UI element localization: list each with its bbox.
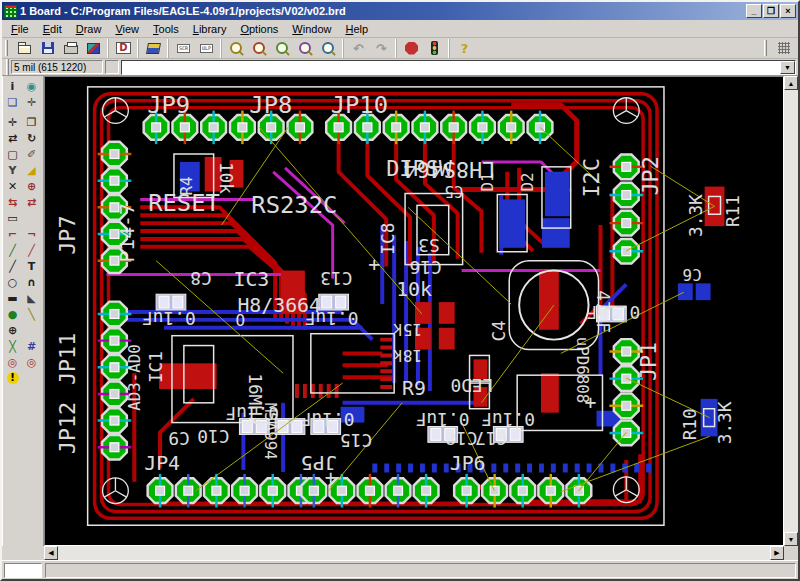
help-icon: ? <box>461 42 469 55</box>
errors-tool[interactable]: ! <box>3 370 22 386</box>
open-button[interactable] <box>13 39 36 58</box>
menu-help[interactable]: Help <box>338 21 375 37</box>
svg-text:R10: R10 <box>679 408 700 440</box>
hscroll-track[interactable] <box>58 546 770 560</box>
smash-tool[interactable]: ▭ <box>3 210 22 226</box>
pinswap-icon: ⇆ <box>8 197 17 208</box>
route-tool[interactable]: ╱ <box>3 242 22 258</box>
vscroll-track[interactable] <box>784 90 798 532</box>
menu-edit[interactable]: Edit <box>36 21 69 37</box>
zoom-out-button[interactable] <box>271 39 294 58</box>
menu-library[interactable]: Library <box>186 21 234 37</box>
svg-text:C17: C17 <box>475 428 507 449</box>
miter-tool[interactable]: ◢ <box>22 162 41 178</box>
toolbar-grip[interactable] <box>5 40 8 56</box>
go-icon <box>431 41 438 55</box>
signal-tool[interactable]: ╲ <box>22 306 41 322</box>
title-bar[interactable]: 1 Board - C:/Program Files/EAGLE-4.09r1/… <box>2 2 798 20</box>
zoom-in-button[interactable] <box>248 39 271 58</box>
help-button[interactable]: ? <box>453 39 476 58</box>
svg-text:R9: R9 <box>402 377 426 400</box>
scroll-right-icon[interactable]: ▶ <box>770 546 784 560</box>
app-icon <box>4 5 17 18</box>
stop-button[interactable] <box>400 39 423 58</box>
change-tool[interactable]: ✐ <box>22 146 41 162</box>
copy-tool[interactable]: ❐ <box>22 114 41 130</box>
run-ulp-button[interactable]: ULP <box>195 39 218 58</box>
vertical-scrollbar[interactable]: ▲ ▼ <box>784 76 798 546</box>
rect-tool[interactable]: ▬ <box>3 290 22 306</box>
add-tool[interactable]: ⊕ <box>22 178 41 194</box>
meander-tool[interactable]: ¬ <box>22 226 41 242</box>
hole-tool[interactable]: ⊕ <box>3 322 22 338</box>
show-tool[interactable]: ◉ <box>22 78 41 94</box>
zoom-fit-button[interactable] <box>225 39 248 58</box>
switch-editor-button[interactable]: D <box>112 39 135 58</box>
arc-tool[interactable]: ∩ <box>22 274 41 290</box>
ripup-tool[interactable]: ╱ <box>22 242 41 258</box>
coordinate-bar: 5 mil (615 1220) ▼ <box>2 59 798 76</box>
restore-button[interactable]: ❐ <box>763 4 779 18</box>
stop-icon <box>405 42 418 55</box>
svg-text:C6: C6 <box>683 265 702 284</box>
cam-processor-button[interactable] <box>82 39 105 58</box>
library-button[interactable] <box>142 39 165 58</box>
pcb-canvas[interactable]: JP9JP8JP10RESETRS232CDIPSWLH8S464I2CJP2J… <box>44 76 784 546</box>
group-tool[interactable]: ▢ <box>3 146 22 162</box>
menu-draw[interactable]: Draw <box>69 21 109 37</box>
zoom-select-icon <box>298 41 313 56</box>
mirror-tool[interactable]: ⇄ <box>3 130 22 146</box>
menu-tools[interactable]: Tools <box>146 21 186 37</box>
rotate-tool[interactable]: ↻ <box>22 130 41 146</box>
print-button[interactable] <box>59 39 82 58</box>
library-icon <box>146 43 161 54</box>
command-dropdown-icon[interactable]: ▼ <box>780 61 795 74</box>
zoom-select-button[interactable] <box>294 39 317 58</box>
auto-tool[interactable]: # <box>22 338 41 354</box>
scroll-down-icon[interactable]: ▼ <box>784 532 798 546</box>
menu-options[interactable]: Options <box>233 21 285 37</box>
delete-tool[interactable]: ✕ <box>3 178 22 194</box>
replace-tool[interactable]: ⇄ <box>22 194 41 210</box>
ratsnest-tool[interactable]: ╳ <box>3 338 22 354</box>
split-tool[interactable]: Y <box>3 162 22 178</box>
via-tool[interactable]: ● <box>3 306 22 322</box>
wire-tool[interactable]: ╱ <box>3 258 22 274</box>
mark-tool[interactable]: ✛ <box>22 94 41 110</box>
menu-file[interactable]: File <box>4 21 36 37</box>
coordbar-grip[interactable] <box>6 59 9 75</box>
move-tool[interactable]: ✛ <box>3 114 22 130</box>
scroll-left-icon[interactable]: ◀ <box>44 546 58 560</box>
polygon-tool[interactable]: ◣ <box>22 290 41 306</box>
svg-text:0.1uF: 0.1uF <box>301 409 355 430</box>
move-icon: ✛ <box>8 117 17 128</box>
redo-button[interactable]: ↷ <box>370 39 393 58</box>
scroll-up-icon[interactable]: ▲ <box>784 76 798 90</box>
display-tool[interactable]: ❏ <box>3 94 22 110</box>
close-button[interactable]: × <box>780 4 796 18</box>
svg-text:IC3: IC3 <box>233 268 269 291</box>
grid-dots-button[interactable] <box>772 39 795 58</box>
run-script-button[interactable]: SCR <box>172 39 195 58</box>
zoom-in-icon <box>252 41 267 56</box>
pinswap-tool[interactable]: ⇆ <box>3 194 22 210</box>
auto-icon: # <box>27 341 36 352</box>
wire-icon: ╱ <box>9 261 16 272</box>
text-tool[interactable]: T <box>22 258 41 274</box>
info-tool[interactable]: i <box>3 78 22 94</box>
drc-tool[interactable]: ◎ <box>22 354 41 370</box>
undo-button[interactable]: ↶ <box>347 39 370 58</box>
menu-window[interactable]: Window <box>285 21 338 37</box>
zoom-redraw-button[interactable] <box>317 39 340 58</box>
horizontal-scrollbar[interactable]: ◀ ▶ <box>44 546 784 560</box>
minimize-button[interactable]: _ <box>746 4 762 18</box>
grid-toolbar-grip[interactable] <box>764 40 767 56</box>
go-button[interactable] <box>423 39 446 58</box>
optimize-tool[interactable]: ⌐ <box>3 226 22 242</box>
circle-tool[interactable]: ○ <box>3 274 22 290</box>
command-input[interactable]: ▼ <box>121 60 796 75</box>
save-button[interactable] <box>36 39 59 58</box>
menu-view[interactable]: View <box>108 21 146 37</box>
erc-tool[interactable]: ◎ <box>3 354 22 370</box>
svg-text:IC8: IC8 <box>377 223 398 255</box>
